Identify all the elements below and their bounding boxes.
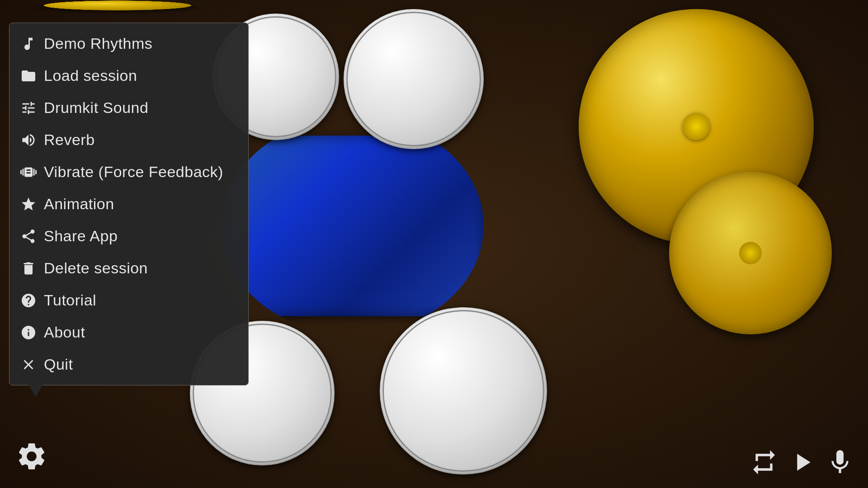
music-icon [20,36,44,52]
menu-label-reverb: Reverb [44,131,95,149]
menu-label-load-session: Load session [44,67,137,84]
menu-item-demo-rhythms[interactable]: Demo Rhythms [9,28,248,60]
menu-overlay: Demo Rhythms Load session Drumkit Sound … [9,23,249,385]
vibrate-icon [20,164,44,180]
menu-label-animation: Animation [44,195,114,213]
sliders-icon [20,100,44,116]
play-button[interactable] [788,448,816,477]
menu-item-load-session[interactable]: Load session [9,60,248,92]
microphone-button[interactable] [826,448,854,477]
drum-body [222,136,484,316]
menu-label-tutorial: Tutorial [44,291,96,309]
close-x-icon [20,357,44,373]
menu-item-about[interactable]: About [9,316,248,348]
menu-item-animation[interactable]: Animation [9,188,248,220]
trash-icon [20,260,44,277]
speaker-icon [20,132,44,148]
play-icon [788,448,816,477]
question-icon [20,292,44,309]
menu-label-drumkit-sound: Drumkit Sound [44,99,148,117]
menu-label-demo-rhythms: Demo Rhythms [44,35,152,52]
drum-pad-bottom-center[interactable] [380,307,547,474]
menu-item-reverb[interactable]: Reverb [9,124,248,156]
star-icon [20,196,44,212]
menu-label-vibrate: Vibrate (Force Feedback) [44,163,223,181]
menu-item-share-app[interactable]: Share App [9,220,248,252]
menu-arrow [28,385,43,397]
drum-pad-center-right[interactable] [344,9,484,149]
menu-item-delete-session[interactable]: Delete session [9,252,248,284]
menu-item-tutorial[interactable]: Tutorial [9,284,248,316]
repeat-button[interactable] [750,448,778,477]
info-icon [20,324,44,341]
menu-label-about: About [44,324,85,341]
gear-icon [15,440,48,473]
menu-label-delete-session: Delete session [44,259,148,277]
cymbal-top-left [28,0,208,10]
menu-label-quit: Quit [44,356,73,373]
menu-item-quit[interactable]: Quit [9,348,248,380]
settings-button[interactable] [14,438,50,474]
menu-item-drumkit-sound[interactable]: Drumkit Sound [9,92,248,124]
share-icon [20,228,44,244]
microphone-icon [826,448,854,477]
menu-label-share-app: Share App [44,227,118,245]
repeat-icon [750,448,778,477]
folder-icon [20,68,44,84]
cymbal-mid-right [669,172,832,334]
menu-item-vibrate[interactable]: Vibrate (Force Feedback) [9,156,248,188]
bottom-controls [750,448,854,477]
